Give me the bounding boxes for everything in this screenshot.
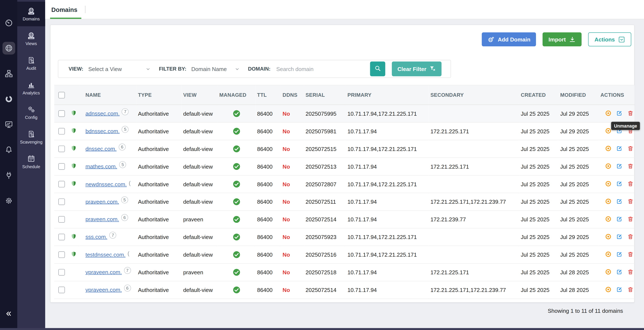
view-cell: default-view xyxy=(182,281,218,299)
filter-by-select-value: Domain Name xyxy=(191,66,226,72)
sidebar-item-config[interactable]: Config xyxy=(17,100,45,125)
add-domain-button[interactable]: Add Domain xyxy=(482,32,536,46)
import-button[interactable]: Import xyxy=(543,32,582,46)
caret-down-icon xyxy=(146,66,151,71)
row-checkbox[interactable] xyxy=(58,163,65,170)
delete-button[interactable] xyxy=(627,268,634,276)
record-count-badge: 6 xyxy=(118,143,126,150)
delete-button[interactable] xyxy=(627,163,634,170)
edit-icon xyxy=(616,286,623,293)
secondary-cell xyxy=(429,175,519,193)
domain-link[interactable]: dnssec.com. xyxy=(86,146,116,152)
domain-link[interactable]: praveen.com. xyxy=(86,216,119,222)
clear-filter-button[interactable]: Clear Filter xyxy=(392,61,442,76)
domain-link[interactable]: vpraveen.com. xyxy=(86,269,122,275)
edit-button[interactable] xyxy=(616,145,623,152)
domain-link[interactable]: testdnssec.com. xyxy=(86,252,126,258)
delete-button[interactable] xyxy=(627,233,634,240)
edit-button[interactable] xyxy=(616,233,623,240)
domain-link[interactable]: praveen.com. xyxy=(86,198,119,204)
sidebar-item-schedule[interactable]: Schedule xyxy=(17,149,45,174)
select-all-checkbox[interactable] xyxy=(58,92,65,98)
edit-button[interactable] xyxy=(616,250,623,258)
filter-by-select[interactable]: Domain Name xyxy=(191,66,240,72)
domain-link[interactable]: adnssec.com. xyxy=(86,110,120,117)
sidebar-item-views[interactable]: VIEWSViews xyxy=(17,26,45,51)
sidebar-item-domains[interactable]: COMDomains xyxy=(17,2,45,26)
rail-item-donut-chart[interactable] xyxy=(0,86,17,112)
edit-icon xyxy=(616,180,623,187)
rail-item-bell[interactable] xyxy=(0,137,17,163)
view-label: VIEW: xyxy=(68,66,83,72)
collapse-sidebar-button[interactable] xyxy=(0,310,17,319)
search-domain-input[interactable] xyxy=(275,65,366,72)
rail-item-plug[interactable] xyxy=(0,163,17,188)
row-checkbox[interactable] xyxy=(58,269,65,276)
unmanage-button[interactable] xyxy=(604,110,612,117)
rail-item-gauge[interactable] xyxy=(0,10,17,35)
unmanage-button[interactable] xyxy=(604,233,612,240)
ttl-cell: 86400 xyxy=(256,210,281,228)
row-checkbox[interactable] xyxy=(58,198,65,205)
unmanage-button[interactable] xyxy=(604,198,612,205)
sidebar-item-scavenging[interactable]: Scavenging xyxy=(17,125,45,149)
row-checkbox[interactable] xyxy=(58,110,65,117)
view-select[interactable]: Select a View xyxy=(88,66,150,72)
delete-button[interactable] xyxy=(627,110,634,117)
tab-domains[interactable]: Domains xyxy=(51,0,77,19)
table-row: vpraveen.com.7Authoritativepraveen86400N… xyxy=(54,263,635,281)
primary-cell: 10.71.17.94 xyxy=(346,210,429,228)
sidebar-item-audit[interactable]: Audit xyxy=(17,51,45,75)
trash-icon xyxy=(627,180,634,187)
row-checkbox[interactable] xyxy=(58,287,65,293)
unmanage-button[interactable] xyxy=(604,145,612,152)
domain-link[interactable]: sss.com. xyxy=(86,234,107,240)
managed-cell xyxy=(218,123,255,140)
edit-button[interactable] xyxy=(616,198,623,205)
unmanage-button[interactable] xyxy=(604,127,612,135)
unmanage-button[interactable] xyxy=(604,180,612,187)
unmanage-button[interactable] xyxy=(604,286,612,293)
rail-item-monitor[interactable] xyxy=(0,112,17,137)
main-area: Domains Add Domain Import Actions xyxy=(45,0,644,330)
search-button[interactable] xyxy=(370,61,385,76)
row-checkbox[interactable] xyxy=(58,181,65,187)
edit-button[interactable] xyxy=(616,215,623,223)
domain-link[interactable]: vpraveen.com. xyxy=(86,287,122,293)
domain-link[interactable]: newdnssec.com. xyxy=(86,181,127,187)
unmanage-button[interactable] xyxy=(604,250,612,258)
row-checkbox[interactable] xyxy=(58,216,65,223)
edit-button[interactable] xyxy=(616,180,623,187)
delete-button[interactable] xyxy=(627,286,634,293)
sidebar-item-label: Domains xyxy=(23,17,40,21)
managed-cell xyxy=(218,175,255,193)
edit-button[interactable] xyxy=(616,163,623,170)
delete-button[interactable] xyxy=(627,180,634,187)
trash-icon xyxy=(627,286,634,293)
row-checkbox[interactable] xyxy=(58,251,65,258)
delete-button[interactable] xyxy=(627,198,634,205)
table-row: bdnssec.com.5Authoritativedefault-view86… xyxy=(54,123,635,140)
edit-button[interactable] xyxy=(616,110,623,117)
shield-icon xyxy=(71,127,77,136)
unmanage-button[interactable] xyxy=(604,163,612,170)
unmanage-button[interactable] xyxy=(604,215,612,223)
actions-button[interactable]: Actions xyxy=(588,32,632,46)
domain-link[interactable]: mathes.com. xyxy=(86,163,117,169)
sidebar-item-analytics[interactable]: Analytics xyxy=(17,75,45,100)
unmanage-button[interactable] xyxy=(604,268,612,276)
edit-button[interactable] xyxy=(616,268,623,276)
primary-cell: 10.71.17.94 xyxy=(346,123,429,140)
domain-link[interactable]: bdnssec.com. xyxy=(86,128,120,134)
delete-button[interactable] xyxy=(627,215,634,223)
rail-item-globe-dns[interactable] xyxy=(0,35,17,61)
ddns-cell: No xyxy=(281,123,304,140)
edit-button[interactable] xyxy=(616,286,623,293)
delete-button[interactable] xyxy=(627,145,634,152)
row-checkbox[interactable] xyxy=(58,234,65,240)
row-checkbox[interactable] xyxy=(58,128,65,135)
rail-item-gear[interactable] xyxy=(0,188,17,213)
row-checkbox[interactable] xyxy=(58,146,65,152)
rail-item-sitemap[interactable] xyxy=(0,61,17,86)
delete-button[interactable] xyxy=(627,250,634,258)
